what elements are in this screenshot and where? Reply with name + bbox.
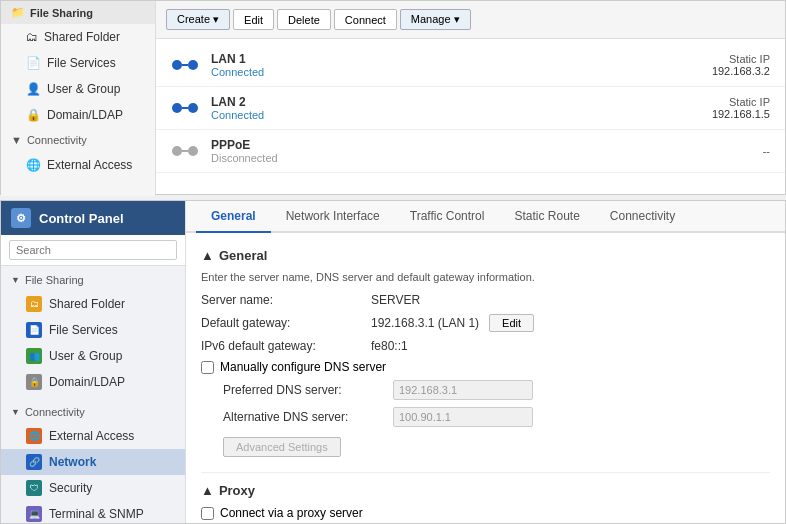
content-area: ▲ General Enter the server name, DNS ser… [186,233,785,523]
user-group-icon: 👤 [26,82,41,96]
pppoe-name: PPPoE [211,138,751,152]
app-header: ⚙ Control Panel [1,201,185,235]
ipv6-gateway-row: IPv6 default gateway: fe80::1 [201,339,770,353]
sidebar-item-user-group[interactable]: 👥 User & Group [1,343,185,369]
file-services-icon: 📄 [26,56,41,70]
top-toolbar: Create ▾ Edit Delete Connect Manage ▾ [156,1,785,39]
general-section: ▲ General Enter the server name, DNS ser… [201,248,770,457]
dns-checkbox-row: Manually configure DNS server [201,360,770,374]
general-description: Enter the server name, DNS server and de… [201,271,770,283]
sidebar-item-user-group-top[interactable]: 👤 User & Group [1,76,155,102]
chevron-up-icon: ▲ [201,248,214,263]
connect-button[interactable]: Connect [334,9,397,30]
domain-ldap-icon: 🔒 [26,374,42,390]
tab-traffic-control[interactable]: Traffic Control [395,201,500,233]
pppoe-icon [171,143,199,159]
tab-network-interface[interactable]: Network Interface [271,201,395,233]
sidebar-item-shared-folder-top[interactable]: 🗂 Shared Folder [1,24,155,50]
section-divider [201,472,770,473]
tab-static-route[interactable]: Static Route [499,201,594,233]
lan1-type: Static IP 192.168.3.2 [712,53,770,77]
default-gateway-row: Default gateway: 192.168.3.1 (LAN 1) Edi… [201,314,770,332]
svg-point-7 [188,146,198,156]
top-panel: 📁 File Sharing 🗂 Shared Folder 📄 File Se… [0,0,786,195]
general-section-title: ▲ General [201,248,770,263]
table-row[interactable]: LAN 2 Connected Static IP 192.168.1.5 [156,87,785,130]
sidebar-item-network[interactable]: 🔗 Network [1,449,185,475]
alternative-dns-input[interactable] [393,407,533,427]
app-icon: ⚙ [11,208,31,228]
sidebar-item-security[interactable]: 🛡 Security [1,475,185,501]
file-services-icon: 📄 [26,322,42,338]
proxy-section-title: ▲ Proxy [201,483,770,498]
lan1-info: LAN 1 Connected [211,52,700,78]
manage-button[interactable]: Manage ▾ [400,9,471,30]
alternative-dns-row: Alternative DNS server: [223,407,770,427]
tab-connectivity[interactable]: Connectivity [595,201,690,233]
dns-checkbox[interactable] [201,361,214,374]
svg-point-4 [188,103,198,113]
lan1-status: Connected [211,66,700,78]
edit-gateway-button[interactable]: Edit [489,314,534,332]
lan2-info: LAN 2 Connected [211,95,700,121]
external-access-icon: 🌐 [26,158,41,172]
dns-advanced-settings-button[interactable]: Advanced Settings [223,437,341,457]
svg-point-6 [172,146,182,156]
external-access-icon: 🌐 [26,428,42,444]
delete-button-top[interactable]: Delete [277,9,331,30]
server-name-label: Server name: [201,293,371,307]
server-name-value: SERVER [371,293,420,307]
edit-button-top[interactable]: Edit [233,9,274,30]
lan2-icon [171,100,199,116]
shared-folder-icon: 🗂 [26,30,38,44]
connectivity-section: ▼ Connectivity 🌐 External Access 🔗 Netwo… [1,398,185,523]
chevron-up-icon: ▲ [201,483,214,498]
table-row[interactable]: LAN 1 Connected Static IP 192.168.3.2 [156,44,785,87]
chevron-down-icon: ▼ [11,134,22,146]
search-input[interactable] [9,240,177,260]
lan2-type: Static IP 192.168.1.5 [712,96,770,120]
ipv6-gateway-value: fe80::1 [371,339,408,353]
dns-fields: Preferred DNS server: Alternative DNS se… [223,380,770,457]
sidebar-item-file-services-top[interactable]: 📄 File Services [1,50,155,76]
collapse-icon: ▼ [11,407,20,417]
proxy-checkbox-row: Connect via a proxy server [201,506,770,520]
connectivity-header-top[interactable]: ▼ Connectivity [1,128,155,152]
tab-general[interactable]: General [196,201,271,233]
top-content: Create ▾ Edit Delete Connect Manage ▾ LA [156,1,785,194]
preferred-dns-input[interactable] [393,380,533,400]
create-button[interactable]: Create ▾ [166,9,230,30]
security-icon: 🛡 [26,480,42,496]
sidebar-item-file-services[interactable]: 📄 File Services [1,317,185,343]
preferred-dns-label: Preferred DNS server: [223,383,393,397]
sidebar-item-external-access[interactable]: 🌐 External Access [1,423,185,449]
domain-icon: 🔒 [26,108,41,122]
bottom-panel: ⚙ Control Panel ▼ File Sharing 🗂 Shared … [0,200,786,524]
sidebar-item-terminal-snmp[interactable]: 💻 Terminal & SNMP [1,501,185,523]
tab-bar: General Network Interface Traffic Contro… [186,201,785,233]
sidebar-item-external-access-top[interactable]: 🌐 External Access [1,152,155,178]
network-list: LAN 1 Connected Static IP 192.168.3.2 LA… [156,39,785,178]
top-sidebar: 📁 File Sharing 🗂 Shared Folder 📄 File Se… [1,1,156,196]
table-row[interactable]: PPPoE Disconnected -- [156,130,785,173]
default-gateway-label: Default gateway: [201,316,371,330]
pppoe-info: PPPoE Disconnected [211,138,751,164]
lan2-name: LAN 2 [211,95,700,109]
main-content: General Network Interface Traffic Contro… [186,201,785,523]
proxy-checkbox[interactable] [201,507,214,520]
dns-checkbox-label: Manually configure DNS server [220,360,386,374]
sidebar-item-domain-ldap[interactable]: 🔒 Domain/LDAP [1,369,185,395]
alternative-dns-label: Alternative DNS server: [223,410,393,424]
sidebar-item-domain-top[interactable]: 🔒 Domain/LDAP [1,102,155,128]
server-name-row: Server name: SERVER [201,293,770,307]
bottom-sidebar: ⚙ Control Panel ▼ File Sharing 🗂 Shared … [1,201,186,523]
folder-icon: 📁 [11,6,25,19]
connectivity-section-header[interactable]: ▼ Connectivity [1,401,185,423]
file-sharing-section-header[interactable]: ▼ File Sharing [1,269,185,291]
svg-point-1 [188,60,198,70]
sidebar-item-shared-folder[interactable]: 🗂 Shared Folder [1,291,185,317]
ipv6-gateway-label: IPv6 default gateway: [201,339,371,353]
shared-folder-icon: 🗂 [26,296,42,312]
file-sharing-header: 📁 File Sharing [1,1,155,24]
proxy-section: ▲ Proxy Connect via a proxy server Addre… [201,483,770,523]
